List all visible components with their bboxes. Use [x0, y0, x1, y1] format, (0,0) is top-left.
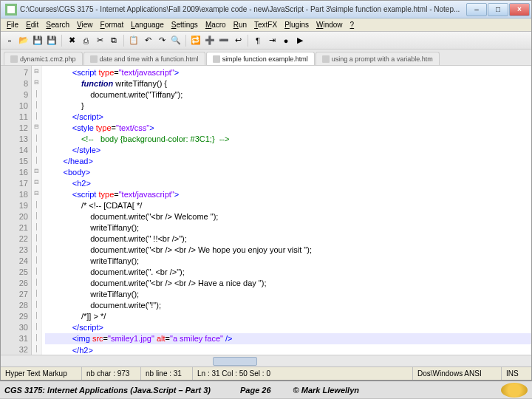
- wrap-icon[interactable]: ↩: [232, 35, 244, 47]
- saveall-icon[interactable]: 💾: [46, 35, 58, 47]
- slide-footer: CGS 3175: Internet Applications (Java.Sc…: [0, 381, 532, 398]
- menu-plugins[interactable]: Plugins: [282, 20, 312, 30]
- tab[interactable]: simple function example.html: [206, 52, 315, 65]
- file-icon: [10, 55, 18, 63]
- status-linecount: nb line : 31: [141, 367, 193, 380]
- tab[interactable]: date and time with a function.html: [83, 52, 205, 65]
- menu-edit[interactable]: Edit: [23, 20, 41, 30]
- indent-icon[interactable]: ⇥: [266, 35, 278, 47]
- menu-run[interactable]: Run: [231, 20, 250, 30]
- toolbar: ▫📂💾💾✖⎙✂⧉📋↶↷🔍🔁➕➖↩¶⇥●▶: [1, 32, 531, 50]
- svg-rect-1: [7, 6, 15, 13]
- tab[interactable]: using a prompt with a variable.htm: [316, 52, 440, 65]
- menubar: FileEditSearchViewFormatLanguageSettings…: [1, 18, 531, 32]
- horizontal-scrollbar[interactable]: [1, 355, 531, 366]
- zoom-out-icon[interactable]: ➖: [218, 35, 230, 47]
- open-icon[interactable]: 📂: [18, 35, 30, 47]
- maximize-button[interactable]: □: [488, 3, 508, 16]
- ucf-logo-icon: [501, 383, 528, 398]
- print-icon[interactable]: ⎙: [80, 35, 92, 47]
- app-icon: [5, 4, 17, 16]
- titlebar: C:\Courses\CGS 3175 - Internet Applicati…: [1, 1, 531, 18]
- menu-window[interactable]: Window: [313, 20, 346, 30]
- menu-search[interactable]: Search: [43, 20, 72, 30]
- file-icon: [322, 55, 330, 63]
- window-title: C:\Courses\CGS 3175 - Internet Applicati…: [20, 5, 466, 13]
- menu-textfx[interactable]: TextFX: [251, 20, 280, 30]
- tab-strip: dynamic1.cm2.phpdate and time with a fun…: [1, 50, 531, 66]
- tab-label: using a prompt with a variable.htm: [332, 55, 433, 63]
- menu-settings[interactable]: Settings: [168, 20, 201, 30]
- file-icon: [213, 55, 220, 63]
- status-language: Hyper Text Markup: [1, 367, 82, 380]
- tab-label: date and time with a function.html: [100, 55, 199, 63]
- menu-view[interactable]: View: [74, 20, 96, 30]
- status-position: Ln : 31 Col : 50 Sel : 0: [193, 367, 413, 380]
- app-window: C:\Courses\CGS 3175 - Internet Applicati…: [0, 0, 532, 381]
- code-editor[interactable]: <script type="text/javascript"> function…: [42, 66, 531, 355]
- menu-file[interactable]: File: [4, 20, 21, 30]
- status-charcount: nb char : 973: [82, 367, 141, 380]
- copy-icon[interactable]: ⧉: [108, 35, 120, 47]
- close-icon[interactable]: ✖: [66, 35, 78, 47]
- footer-page: Page 26: [240, 386, 271, 395]
- menu-?[interactable]: ?: [347, 20, 358, 30]
- close-button[interactable]: ×: [509, 3, 530, 16]
- rec-icon[interactable]: ●: [280, 35, 292, 47]
- play-icon[interactable]: ▶: [294, 35, 306, 47]
- new-icon[interactable]: ▫: [4, 35, 16, 47]
- statusbar: Hyper Text Markup nb char : 973 nb line …: [1, 366, 531, 380]
- fold-column: ⊟⊟│││⊟│││⊟⊟⊟││││││││││││││: [32, 66, 42, 355]
- tab-label: simple function example.html: [222, 55, 308, 63]
- tab-label: dynamic1.cm2.php: [20, 55, 76, 63]
- menu-format[interactable]: Format: [98, 20, 127, 30]
- footer-course: CGS 3175: Internet Applications (Java.Sc…: [4, 386, 211, 395]
- tab[interactable]: dynamic1.cm2.php: [4, 52, 83, 65]
- menu-language[interactable]: Language: [128, 20, 167, 30]
- paste-icon[interactable]: 📋: [128, 35, 140, 47]
- editor-area: 7891011121314151617181920212223242526272…: [1, 66, 531, 355]
- save-icon[interactable]: 💾: [32, 35, 44, 47]
- redo-icon[interactable]: ↷: [156, 35, 168, 47]
- menu-macro[interactable]: Macro: [202, 20, 229, 30]
- file-icon: [90, 55, 98, 63]
- footer-author: © Mark Llewellyn: [293, 386, 359, 395]
- minimize-button[interactable]: –: [466, 3, 487, 16]
- status-insertmode: INS: [502, 367, 531, 380]
- zoom-in-icon[interactable]: ➕: [204, 35, 216, 47]
- cut-icon[interactable]: ✂: [94, 35, 106, 47]
- replace-icon[interactable]: 🔁: [190, 35, 202, 47]
- show-all-icon[interactable]: ¶: [252, 35, 264, 47]
- undo-icon[interactable]: ↶: [142, 35, 154, 47]
- scrollbar-thumb[interactable]: [213, 357, 257, 366]
- status-encoding: Dos\Windows ANSI: [413, 367, 502, 380]
- line-number-gutter: 7891011121314151617181920212223242526272…: [1, 66, 32, 355]
- find-icon[interactable]: 🔍: [170, 35, 182, 47]
